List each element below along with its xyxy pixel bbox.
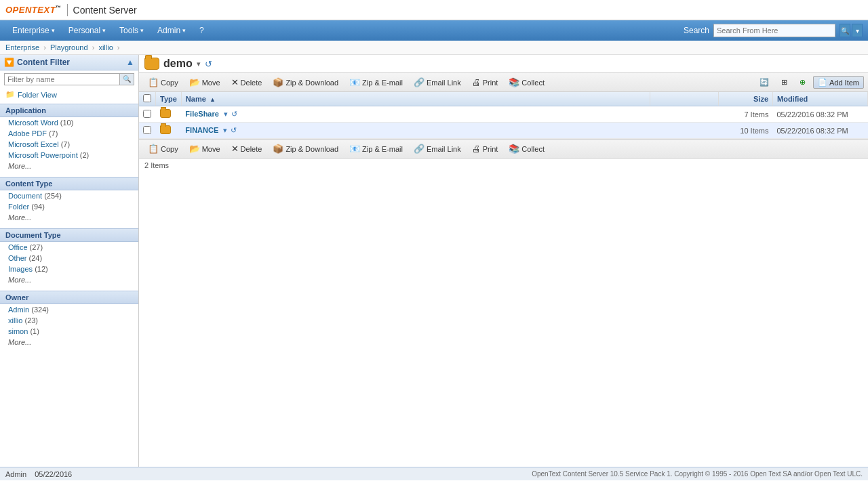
refresh-view-button[interactable]: 🔄 [755, 76, 774, 89]
select-all-checkbox[interactable] [143, 94, 151, 102]
sidebar-item-adobe-pdf[interactable]: Adobe PDF (7) [0, 128, 138, 139]
sidebar-section-title-owner: Owner [0, 291, 138, 304]
sidebar-item-admin[interactable]: Admin (324) [0, 304, 138, 315]
copy-button[interactable]: 📋 Copy [143, 75, 183, 89]
app-name: Content Server [73, 5, 137, 16]
fileshare-dropdown[interactable]: ▾ [224, 110, 228, 118]
finance-dropdown[interactable]: ▾ [223, 126, 227, 134]
file-table: Type Name ▲ Size Modified FileShare [139, 92, 868, 467]
logo-separator [67, 4, 68, 16]
nav-admin[interactable]: Admin▾ [151, 23, 193, 38]
delete-icon: ✕ [231, 77, 239, 87]
copy-button-bottom[interactable]: 📋 Copy [143, 142, 183, 156]
table-row: FileShare ▾ ↺ 7 Items 05/22/2016 08:32 P… [139, 106, 868, 123]
fileshare-refresh[interactable]: ↺ [231, 110, 237, 118]
sidebar-section-title-document-type: Document Type [0, 228, 138, 242]
sidebar-item-microsoft-excel[interactable]: Microsoft Excel (7) [0, 139, 138, 150]
sidebar-item-other[interactable]: Other (24) [0, 253, 138, 264]
search-options-button[interactable]: ▾ [852, 24, 863, 37]
zip-email-button-bottom[interactable]: 📧 Zip & E-mail [344, 142, 408, 156]
delete-button-bottom[interactable]: ✕ Delete [226, 142, 267, 156]
sidebar-item-xillio[interactable]: xillio (23) [0, 315, 138, 326]
refresh-icon[interactable]: ↺ [205, 59, 212, 69]
filter-input-row: 🔍 [0, 70, 138, 88]
zip-download-button[interactable]: 📦 Zip & Download [268, 75, 343, 89]
sidebar-item-images[interactable]: Images (12) [0, 264, 138, 274]
sidebar-more-owner[interactable]: More... [0, 337, 138, 348]
move-button-bottom[interactable]: 📂 Move [184, 142, 225, 156]
sidebar-item-folder[interactable]: Folder (94) [0, 201, 138, 212]
move-button[interactable]: 📂 Move [184, 75, 225, 89]
sidebar-item-microsoft-word[interactable]: Microsoft Word (10) [0, 117, 138, 128]
title-dropdown-icon[interactable]: ▾ [197, 60, 201, 68]
sidebar-more-document-type[interactable]: More... [0, 274, 138, 285]
add-item-button[interactable]: 📄 Add Item [813, 76, 864, 89]
file-name-link-finance[interactable]: FINANCE [185, 126, 218, 134]
filter-input-wrap: 🔍 [4, 73, 134, 85]
add-item-icon: 📄 [818, 78, 827, 87]
breadcrumb-enterprise[interactable]: Enterprise [5, 43, 39, 51]
nav-enterprise[interactable]: Enterprise▾ [5, 23, 62, 38]
items-count: 2 Items [139, 159, 868, 172]
email-link-button-bottom[interactable]: 🔗 Email Link [409, 142, 466, 156]
breadcrumb-playground[interactable]: Playground [50, 43, 88, 51]
print-button-bottom[interactable]: 🖨 Print [467, 142, 503, 156]
folder-icon-large [144, 58, 159, 70]
search-input[interactable] [713, 24, 835, 37]
file-name-actions: FINANCE ▾ ↺ [185, 126, 237, 134]
files-table: Type Name ▲ Size Modified FileShare [139, 92, 868, 139]
row-checkbox-finance[interactable] [143, 126, 151, 134]
search-submit-button[interactable]: 🔍 [840, 24, 850, 37]
print-button[interactable]: 🖨 Print [467, 75, 503, 89]
zip-download-icon: 📦 [273, 77, 283, 87]
delete-icon-bottom: ✕ [231, 144, 239, 154]
finance-refresh[interactable]: ↺ [231, 126, 237, 134]
finance-modified: 05/22/2016 08:32 PM [773, 123, 868, 139]
copy-icon: 📋 [148, 77, 159, 87]
th-modified: Modified [773, 92, 868, 106]
collect-button-bottom[interactable]: 📚 Collect [504, 142, 549, 156]
sidebar-more-content-type[interactable]: More... [0, 212, 138, 223]
breadcrumb: Enterprise › Playground › xillio › [0, 41, 868, 55]
sidebar-section-title-content-type: Content Type [0, 177, 138, 190]
th-actions [650, 92, 718, 106]
email-link-button[interactable]: 🔗 Email Link [409, 75, 466, 89]
filter-search-button[interactable]: 🔍 [119, 74, 134, 85]
nav-help[interactable]: ? [193, 23, 211, 38]
table-header-row: Type Name ▲ Size Modified [139, 92, 868, 106]
sidebar-item-simon[interactable]: simon (1) [0, 326, 138, 337]
email-link-icon: 🔗 [414, 77, 425, 87]
sidebar-section-content-type: Content Type Document (254) Folder (94) … [0, 174, 138, 226]
nav-tools[interactable]: Tools▾ [113, 23, 151, 38]
sidebar-collapse-icon[interactable]: ▲ [126, 58, 134, 67]
row-checkbox-fileshare[interactable] [143, 110, 151, 118]
zip-email-icon-bottom: 📧 [349, 144, 360, 154]
filter-icon: 🔽 [4, 58, 14, 67]
sidebar-more-application[interactable]: More... [0, 161, 138, 171]
zip-email-button[interactable]: 📧 Zip & E-mail [344, 75, 408, 89]
page-title-bar: demo ▾ ↺ [139, 55, 868, 72]
footer-copyright: OpenText Content Server 10.5 Service Pac… [532, 470, 863, 478]
navbar: Enterprise▾ Personal▾ Tools▾ Admin▾ ? Se… [0, 20, 868, 41]
th-name[interactable]: Name ▲ [181, 92, 650, 106]
sidebar-item-office[interactable]: Office (27) [0, 242, 138, 253]
th-size: Size [719, 92, 773, 106]
breadcrumb-xillio[interactable]: xillio [98, 43, 113, 51]
copy-icon-bottom: 📋 [148, 144, 159, 154]
delete-button[interactable]: ✕ Delete [226, 75, 267, 89]
nav-personal[interactable]: Personal▾ [62, 23, 113, 38]
file-name-link-fileshare[interactable]: FileShare [185, 110, 219, 118]
sidebar-item-folder-view[interactable]: 📁 Folder View [0, 88, 138, 101]
view-options-button[interactable]: ⊞ [776, 76, 792, 89]
sidebar-section-title-application: Application [0, 104, 138, 117]
fileshare-size: 7 Items [719, 106, 773, 123]
collect-button[interactable]: 📚 Collect [504, 75, 549, 89]
sidebar-header: 🔽 Content Filter ▲ [0, 55, 138, 70]
filter-input[interactable] [5, 74, 119, 85]
sidebar-item-document[interactable]: Document (254) [0, 190, 138, 201]
logo: OPENTEXT™ [5, 5, 62, 15]
zip-download-button-bottom[interactable]: 📦 Zip & Download [268, 142, 343, 156]
page-title: demo [163, 58, 193, 70]
new-folder-button[interactable]: ⊕ [795, 76, 810, 89]
sidebar-item-microsoft-powerpoint[interactable]: Microsoft Powerpoint (2) [0, 150, 138, 161]
